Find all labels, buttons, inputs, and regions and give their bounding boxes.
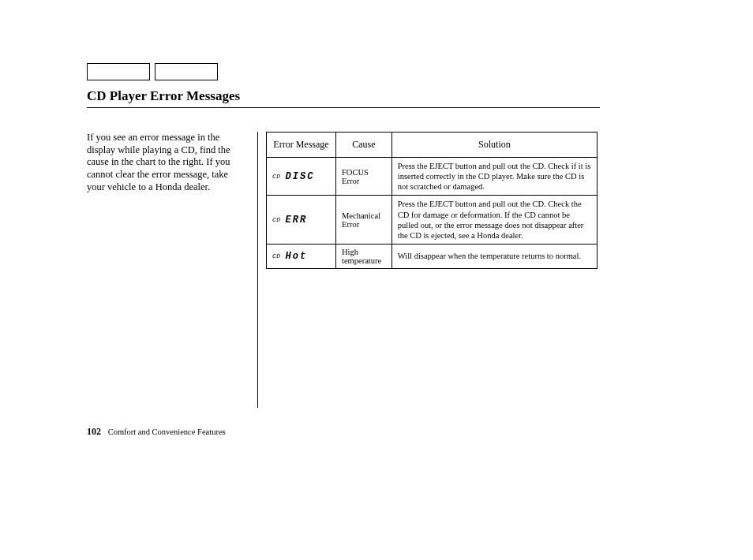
solution-cell: Will disappear when the temperature retu… bbox=[391, 244, 597, 268]
cd-prefix: CD bbox=[272, 252, 281, 259]
cd-prefix: CD bbox=[272, 216, 281, 223]
vertical-rule bbox=[257, 132, 258, 408]
manual-page: CD Player Error Messages If you see an e… bbox=[87, 63, 600, 408]
table-row: CDDISC FOCUS Error Press the EJECT butto… bbox=[267, 158, 598, 196]
error-message-cell: CDERR bbox=[267, 196, 336, 245]
header-box-left bbox=[87, 63, 150, 80]
error-table: Error Message Cause Solution CDDISC FOCU… bbox=[266, 132, 598, 269]
error-table-wrapper: Error Message Cause Solution CDDISC FOCU… bbox=[266, 132, 600, 408]
error-code: DISC bbox=[286, 171, 315, 182]
page-title: CD Player Error Messages bbox=[87, 88, 600, 108]
error-code: ERR bbox=[286, 215, 308, 226]
error-message-cell: CDDISC bbox=[267, 158, 336, 196]
solution-cell: Press the EJECT button and pull out the … bbox=[391, 158, 597, 196]
page-number: 102 bbox=[87, 426, 101, 437]
table-header-row: Error Message Cause Solution bbox=[267, 133, 598, 158]
table-row: CDHot High temperature Will disappear wh… bbox=[267, 244, 598, 268]
col-header-error-message-text: Error Message bbox=[272, 139, 331, 151]
cd-prefix: CD bbox=[272, 173, 281, 180]
col-header-cause: Cause bbox=[336, 133, 392, 158]
col-header-error-message: Error Message bbox=[267, 133, 336, 158]
header-box-row bbox=[87, 63, 600, 80]
header-box-right bbox=[155, 63, 218, 80]
cause-cell: Mechanical Error bbox=[336, 196, 392, 245]
cause-cell: High temperature bbox=[336, 244, 392, 268]
intro-paragraph: If you see an error message in the displ… bbox=[87, 132, 253, 408]
error-code: Hot bbox=[286, 251, 308, 262]
footer-section: Comfort and Convenience Features bbox=[108, 427, 226, 436]
page-footer: 102 Comfort and Convenience Features bbox=[87, 426, 226, 438]
table-row: CDERR Mechanical Error Press the EJECT b… bbox=[267, 196, 598, 245]
solution-cell: Press the EJECT button and pull out the … bbox=[391, 196, 597, 245]
col-header-solution: Solution bbox=[391, 133, 597, 158]
error-message-cell: CDHot bbox=[267, 244, 336, 268]
content-row: If you see an error message in the displ… bbox=[87, 132, 600, 408]
cause-cell: FOCUS Error bbox=[336, 158, 392, 196]
